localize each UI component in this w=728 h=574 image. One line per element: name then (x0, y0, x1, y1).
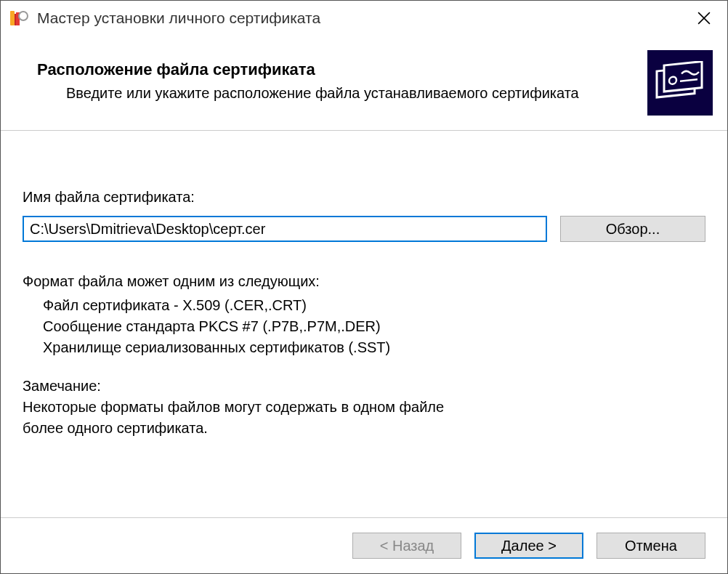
certificate-icon (647, 50, 713, 116)
format-item: Хранилище сериализованных сертификатов (… (43, 337, 705, 358)
app-icon (9, 9, 28, 28)
input-row: Обзор... (23, 216, 705, 242)
wizard-window: Мастер установки личного сертификата Рас… (0, 0, 728, 574)
format-title: Формат файла может одним из следующих: (23, 271, 705, 292)
file-path-input[interactable] (23, 216, 547, 242)
page-subtitle: Введите или укажите расположение файла у… (37, 85, 633, 102)
svg-point-3 (19, 12, 28, 20)
note-line: Некоторые форматы файлов могут содержать… (23, 397, 705, 418)
next-button[interactable]: Далее > (474, 533, 583, 559)
window-title: Мастер установки личного сертификата (37, 9, 687, 27)
format-list: Файл сертификата - X.509 (.CER,.CRT) Соо… (23, 295, 705, 358)
close-icon (697, 12, 711, 25)
format-section: Формат файла может одним из следующих: Ф… (23, 271, 705, 376)
header-text: Расположение файла сертификата Введите и… (37, 50, 633, 102)
file-path-label: Имя файла сертификата: (23, 189, 705, 206)
page-title: Расположение файла сертификата (37, 60, 633, 79)
svg-rect-7 (664, 62, 702, 92)
svg-rect-0 (10, 11, 15, 25)
format-item: Сообщение стандарта PKCS #7 (.P7B,.P7M,.… (43, 316, 705, 337)
wizard-content: Имя файла сертификата: Обзор... Формат ф… (1, 131, 727, 517)
close-button[interactable] (687, 1, 721, 36)
note-section: Замечание: Некоторые форматы файлов могу… (23, 376, 705, 439)
cancel-button[interactable]: Отмена (596, 533, 705, 559)
wizard-header: Расположение файла сертификата Введите и… (1, 36, 727, 131)
browse-button[interactable]: Обзор... (560, 216, 705, 242)
titlebar: Мастер установки личного сертификата (1, 1, 727, 36)
note-title: Замечание: (23, 376, 705, 397)
format-item: Файл сертификата - X.509 (.CER,.CRT) (43, 295, 705, 316)
note-line: более одного сертификата. (23, 418, 705, 439)
wizard-footer: < Назад Далее > Отмена (1, 517, 727, 573)
back-button[interactable]: < Назад (352, 533, 461, 559)
